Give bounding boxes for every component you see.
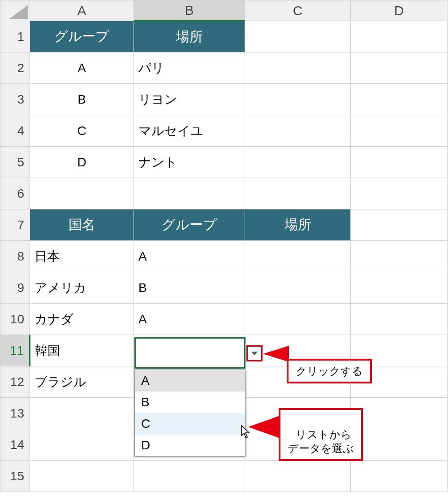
cell-A4[interactable]: C <box>30 115 134 147</box>
cell-B2[interactable]: パリ <box>134 52 245 84</box>
row-header-15[interactable]: 15 <box>0 461 30 492</box>
cell-A1[interactable]: グループ <box>30 21 134 52</box>
callout-pick-text: リストから データを選ぶ <box>288 428 354 454</box>
cell-B3[interactable]: リヨン <box>134 84 245 115</box>
cell-B1[interactable]: 場所 <box>134 21 245 52</box>
cell-D5[interactable] <box>351 147 448 178</box>
cell-B7[interactable]: グループ <box>134 209 245 241</box>
dropdown-option-A[interactable]: A <box>135 370 245 392</box>
row-header-1[interactable]: 1 <box>0 21 30 52</box>
cell-A6[interactable] <box>30 178 134 209</box>
cell-A11[interactable]: 韓国 <box>30 335 134 366</box>
validation-dropdown-button[interactable] <box>246 345 263 361</box>
row-header-5[interactable]: 5 <box>0 147 30 178</box>
cell-C3[interactable] <box>245 84 351 115</box>
cell-B4[interactable]: マルセイユ <box>134 115 245 147</box>
cell-A8[interactable]: 日本 <box>30 241 134 272</box>
cell-D7[interactable] <box>351 209 448 241</box>
row-header-4[interactable]: 4 <box>0 115 30 147</box>
cell-A14[interactable] <box>30 429 134 461</box>
cell-C1[interactable] <box>245 21 351 52</box>
svg-marker-1 <box>248 415 281 439</box>
cell-D9[interactable] <box>351 272 448 304</box>
row-header-11[interactable]: 11 <box>0 335 30 366</box>
cell-C8[interactable] <box>245 241 351 272</box>
cell-B5[interactable]: ナント <box>134 147 245 178</box>
cell-C4[interactable] <box>245 115 351 147</box>
cell-A5[interactable]: D <box>30 147 134 178</box>
callout-pick: リストから データを選ぶ <box>279 408 363 461</box>
row-header-14[interactable]: 14 <box>0 429 30 461</box>
row-header-3[interactable]: 3 <box>0 84 30 115</box>
row-header-2[interactable]: 2 <box>0 52 30 84</box>
cell-D13[interactable] <box>351 398 448 429</box>
cell-C10[interactable] <box>245 304 351 335</box>
cell-A7[interactable]: 国名 <box>30 209 134 241</box>
dropdown-option-D[interactable]: D <box>135 435 245 456</box>
cell-A13[interactable] <box>30 398 134 429</box>
cell-D8[interactable] <box>351 241 448 272</box>
row-header-12[interactable]: 12 <box>0 366 30 398</box>
cell-C2[interactable] <box>245 52 351 84</box>
col-header-A[interactable]: A <box>30 0 134 21</box>
cell-A3[interactable]: B <box>30 84 134 115</box>
cell-A15[interactable] <box>30 461 134 492</box>
dropdown-option-B[interactable]: B <box>135 392 245 413</box>
row-header-10[interactable]: 10 <box>0 304 30 335</box>
cell-C6[interactable] <box>245 178 351 209</box>
validation-dropdown-list[interactable]: A B C D <box>134 370 246 457</box>
cell-D1[interactable] <box>351 21 448 52</box>
cell-A10[interactable]: カナダ <box>30 304 134 335</box>
callout-click-text: クリックする <box>296 365 363 377</box>
cell-D15[interactable] <box>351 461 448 492</box>
cell-B6[interactable] <box>134 178 245 209</box>
cell-C15[interactable] <box>245 461 351 492</box>
cell-B11[interactable] <box>134 335 245 366</box>
row-header-13[interactable]: 13 <box>0 398 30 429</box>
cell-C5[interactable] <box>245 147 351 178</box>
select-all-corner[interactable] <box>0 0 30 21</box>
col-header-C[interactable]: C <box>245 0 351 21</box>
cell-C9[interactable] <box>245 272 351 304</box>
cell-A9[interactable]: アメリカ <box>30 272 134 304</box>
svg-marker-0 <box>263 346 289 362</box>
cell-A2[interactable]: A <box>30 52 134 84</box>
cell-A12[interactable]: ブラジル <box>30 366 134 398</box>
col-header-B[interactable]: B <box>134 0 245 21</box>
col-header-D[interactable]: D <box>351 0 448 21</box>
row-header-7[interactable]: 7 <box>0 209 30 241</box>
cell-B15[interactable] <box>134 461 245 492</box>
cell-D14[interactable] <box>351 429 448 461</box>
row-header-8[interactable]: 8 <box>0 241 30 272</box>
row-header-6[interactable]: 6 <box>0 178 30 209</box>
cell-D6[interactable] <box>351 178 448 209</box>
cell-C7[interactable]: 場所 <box>245 209 351 241</box>
cell-D4[interactable] <box>351 115 448 147</box>
cell-D3[interactable] <box>351 84 448 115</box>
dropdown-option-C[interactable]: C <box>135 413 245 435</box>
cell-D2[interactable] <box>351 52 448 84</box>
row-header-9[interactable]: 9 <box>0 272 30 304</box>
cell-D10[interactable] <box>351 304 448 335</box>
cell-B8[interactable]: A <box>134 241 245 272</box>
cell-B9[interactable]: B <box>134 272 245 304</box>
callout-click: クリックする <box>287 359 372 383</box>
cell-B10[interactable]: A <box>134 304 245 335</box>
